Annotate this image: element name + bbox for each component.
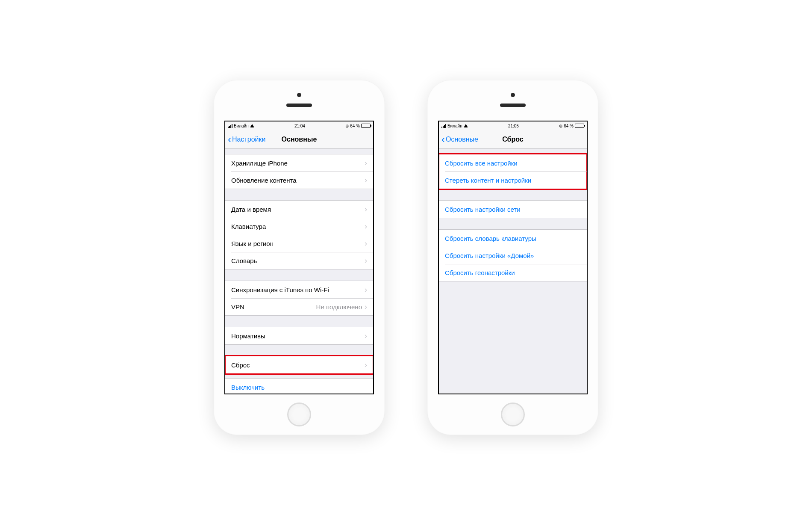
chevron-right-icon: › bbox=[365, 159, 367, 167]
battery-icon bbox=[361, 124, 371, 128]
battery-icon bbox=[575, 124, 584, 128]
status-time: 21:05 bbox=[508, 124, 519, 128]
reset-group: Сбросить настройки сети bbox=[439, 200, 587, 218]
chevron-right-icon: › bbox=[365, 257, 367, 264]
status-right: ⊕ 64 % bbox=[559, 124, 584, 128]
reset-group: Сбросить словарь клавиатуры Сбросить нас… bbox=[439, 229, 587, 281]
nav-bar: ‹ Настройки Основные bbox=[225, 130, 373, 149]
reset-group-highlighted: Сбросить все настройки Стереть контент и… bbox=[439, 154, 587, 189]
chevron-right-icon: › bbox=[365, 332, 367, 340]
status-right: ⊕ 64 % bbox=[345, 124, 371, 128]
settings-group: Дата и время › Клавиатура › Язык и регио… bbox=[225, 200, 373, 269]
nav-back-label: Настройки bbox=[232, 136, 265, 143]
settings-group: Хранилище iPhone › Обновление контента › bbox=[225, 154, 373, 189]
row-dictionary[interactable]: Словарь › bbox=[225, 252, 373, 269]
chevron-left-icon: ‹ bbox=[228, 134, 231, 145]
camera-dot bbox=[511, 93, 515, 97]
row-reset[interactable]: Сброс › bbox=[225, 356, 373, 373]
chevron-right-icon: › bbox=[365, 176, 367, 184]
nav-back-button[interactable]: ‹ Настройки bbox=[225, 134, 265, 145]
chevron-left-icon: ‹ bbox=[441, 134, 445, 145]
chevron-right-icon: › bbox=[365, 240, 367, 247]
nav-title: Сброс bbox=[502, 136, 523, 143]
carrier-label: Билайн bbox=[447, 124, 462, 128]
screen-left: Билайн 21:04 ⊕ 64 % ‹ Настройки Основные… bbox=[224, 121, 374, 394]
settings-content-right: Сбросить все настройки Стереть контент и… bbox=[439, 149, 587, 394]
chevron-right-icon: › bbox=[365, 222, 367, 230]
phone-frame-right: Билайн 21:05 ⊕ 64 % ‹ Основные Сброс Сбр… bbox=[427, 80, 598, 435]
camera-dot bbox=[297, 93, 301, 97]
settings-group: Нормативы › bbox=[225, 327, 373, 345]
chevron-right-icon: › bbox=[365, 303, 367, 311]
row-regulatory[interactable]: Нормативы › bbox=[225, 327, 373, 344]
row-background-refresh[interactable]: Обновление контента › bbox=[225, 172, 373, 189]
row-iphone-storage[interactable]: Хранилище iPhone › bbox=[225, 154, 373, 172]
row-language-region[interactable]: Язык и регион › bbox=[225, 235, 373, 252]
settings-group: Синхронизация с iTunes по Wi-Fi › VPN Не… bbox=[225, 281, 373, 316]
row-vpn-detail: Не подключено bbox=[316, 303, 362, 311]
row-reset-all-settings[interactable]: Сбросить все настройки bbox=[439, 154, 587, 172]
nav-title: Основные bbox=[282, 136, 317, 143]
phone-frame-left: Билайн 21:04 ⊕ 64 % ‹ Настройки Основные… bbox=[214, 80, 385, 435]
speaker-slot bbox=[500, 104, 526, 107]
row-vpn[interactable]: VPN Не подключено › bbox=[225, 298, 373, 315]
status-time: 21:04 bbox=[294, 124, 305, 128]
orientation-lock-icon: ⊕ bbox=[559, 124, 562, 128]
wifi-icon bbox=[250, 124, 254, 127]
nav-back-label: Основные bbox=[446, 136, 478, 143]
row-reset-home-layout[interactable]: Сбросить настройки «Домой» bbox=[439, 247, 587, 264]
chevron-right-icon: › bbox=[365, 361, 367, 369]
nav-back-button[interactable]: ‹ Основные bbox=[439, 134, 478, 145]
screen-right: Билайн 21:05 ⊕ 64 % ‹ Основные Сброс Сбр… bbox=[438, 121, 588, 394]
chevron-right-icon: › bbox=[365, 286, 367, 293]
settings-content-left: Хранилище iPhone › Обновление контента ›… bbox=[225, 149, 373, 394]
row-reset-location[interactable]: Сбросить геонастройки bbox=[439, 264, 587, 281]
row-reset-keyboard-dictionary[interactable]: Сбросить словарь клавиатуры bbox=[439, 230, 587, 247]
wifi-icon bbox=[464, 124, 468, 127]
row-shutdown[interactable]: Выключить bbox=[225, 379, 373, 394]
battery-percent: 64 % bbox=[564, 124, 574, 128]
row-reset-network[interactable]: Сбросить настройки сети bbox=[439, 201, 587, 218]
row-erase-content-settings[interactable]: Стереть контент и настройки bbox=[439, 172, 587, 189]
orientation-lock-icon: ⊕ bbox=[345, 124, 349, 128]
row-itunes-wifi-sync[interactable]: Синхронизация с iTunes по Wi-Fi › bbox=[225, 281, 373, 298]
chevron-right-icon: › bbox=[365, 205, 367, 213]
signal-icon bbox=[228, 124, 232, 128]
signal-icon bbox=[441, 124, 446, 128]
row-date-time[interactable]: Дата и время › bbox=[225, 201, 373, 218]
nav-bar: ‹ Основные Сброс bbox=[439, 130, 587, 149]
home-button[interactable] bbox=[287, 403, 311, 426]
row-keyboard[interactable]: Клавиатура › bbox=[225, 218, 373, 235]
settings-group: Выключить bbox=[225, 378, 373, 394]
battery-percent: 64 % bbox=[350, 124, 360, 128]
status-left: Билайн bbox=[228, 124, 254, 128]
status-left: Билайн bbox=[441, 124, 468, 128]
home-button[interactable] bbox=[501, 403, 525, 426]
speaker-slot bbox=[286, 104, 312, 107]
status-bar: Билайн 21:04 ⊕ 64 % bbox=[225, 121, 373, 130]
settings-group-reset: Сброс › bbox=[225, 356, 373, 374]
status-bar: Билайн 21:05 ⊕ 64 % bbox=[439, 121, 587, 130]
carrier-label: Билайн bbox=[234, 124, 249, 128]
